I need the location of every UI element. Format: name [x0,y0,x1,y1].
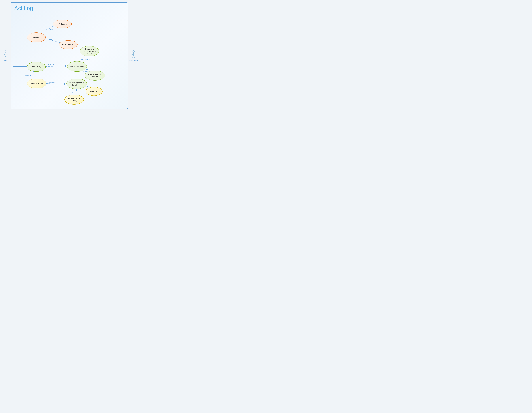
extend-label-delete-change: <<extend>> [69,92,77,94]
add-activity-details-ellipse: Add Activity Details [67,61,87,72]
svg-line-4 [4,56,6,58]
svg-line-5 [6,56,7,58]
extend-label-review-add: <<extend>> [25,75,32,76]
settings-ellipse: Settings [27,32,46,42]
svg-line-15 [132,56,134,58]
user-figure-icon [3,50,8,58]
extend-label-category: <<extend>> [82,59,90,60]
svg-line-16 [134,56,135,58]
social-media-figure-icon [131,50,136,58]
review-activities-ellipse: Review Activities [27,78,46,88]
svg-line-13 [132,54,134,55]
include-label-add: <<include>> [48,64,56,66]
include-label-review: <<include>> [49,81,57,83]
delete-change-ellipse: Delete/Change Activity [65,94,84,104]
add-activity-ellipse: Add Activity [27,62,46,72]
actor-social-media: Social Media [129,50,138,61]
svg-line-3 [6,54,8,55]
diagram-title: ActiLog [13,5,125,11]
extend-label-pin: <<extend>> [46,29,53,30]
actor-user: User [2,50,9,61]
svg-line-14 [134,54,135,55]
diagram-box: ActiLog << [10,2,128,109]
delete-account-ellipse: Delete Account [59,40,78,49]
svg-point-0 [5,50,7,52]
outer-container: User ActiLog [2,2,138,109]
social-media-label: Social Media [129,59,138,61]
create-repeating-ellipse: Create repeating activity [85,71,105,81]
select-categories-ellipse: Select Categories and Time Period [66,78,87,89]
user-label: User [4,59,8,61]
pin-settings-ellipse: PIN Settings [53,19,72,28]
svg-point-11 [133,50,134,52]
diagram-content: <<extend>> <<extend>> <<include>> <<exte… [13,12,125,106]
share-data-ellipse: Share Data [86,87,103,96]
svg-line-2 [4,54,6,55]
create-category-ellipse: Create new Category/activity name [80,46,99,56]
